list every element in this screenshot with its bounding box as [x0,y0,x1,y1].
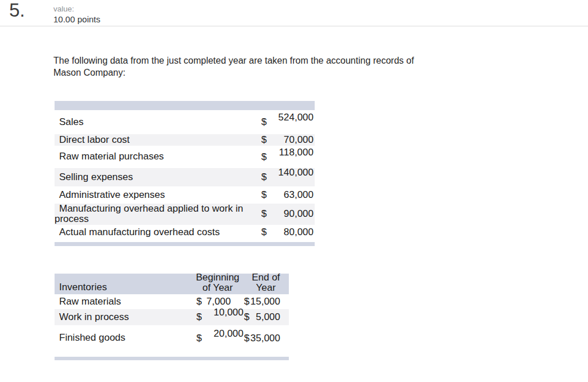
row-label: Manufacturing overhead applied to work i… [55,204,258,225]
currency-symbol: $ [196,296,202,307]
question-number: 5. [9,0,25,21]
currency-symbol: $ [261,189,266,201]
amount-value: 80,000 [284,227,314,238]
cost-table: Sales $ 524,000 Direct labor cost $ 70,0… [55,101,315,246]
amount-value: 70,000 [284,134,314,146]
amount-cell: $ 524,000 [258,116,315,128]
currency-symbol: $ [261,208,266,220]
amount-value: 90,000 [284,208,314,220]
header-divider [0,26,588,26]
amount-value: 5,000 [256,311,280,323]
end-amount-cell: $ 5,000 [243,311,289,323]
amount-value: 7,000 [206,296,231,307]
currency-symbol: $ [261,227,266,238]
table-row-raw-materials: Raw materials $ 7,000 $ 15,000 [55,294,289,309]
table-row-raw-material-purchases: Raw material purchases $ 118,000 [55,146,315,168]
amount-value: 63,000 [284,189,314,201]
end-amount-cell: $ 15,000 [243,296,289,307]
currency-symbol: $ [261,134,266,146]
table-row-overhead-applied: Manufacturing overhead applied to work i… [55,204,315,225]
table-row-sales: Sales $ 524,000 [55,110,315,134]
amount-cell: $ 140,000 [258,171,315,183]
amount-cell: $ 63,000 [258,189,315,201]
value-label: value: [53,5,100,14]
cost-table-bottom-band [55,242,315,246]
intro-line-1: The following data from the just complet… [53,54,455,67]
table-row-selling-expenses: Selling expenses $ 140,000 [55,168,315,186]
currency-symbol: $ [196,311,202,323]
table-row-work-in-process: Work in process $ 10,000 $ 5,000 [55,309,289,325]
row-label: Selling expenses [55,172,258,182]
end-of-year-header: End of Year [243,272,289,293]
inventory-table-header: Inventories Beginning of Year End of Yea… [55,274,289,294]
amount-value: 20,000 [214,328,243,340]
inventory-table-bottom-band [55,357,289,360]
beginning-amount-cell: $ 20,000 [192,333,243,344]
amount-value: 524,000 [278,112,314,123]
table-row-direct-labor: Direct labor cost $ 70,000 [55,134,315,146]
amount-cell: $ 90,000 [258,208,315,220]
currency-symbol: $ [261,151,266,163]
row-label: Actual manufacturing overhead costs [55,227,258,237]
row-label: Sales [55,117,258,127]
amount-cell: $ 80,000 [258,227,315,238]
table-row-finished-goods: Finished goods $ 20,000 $ 35,000 [55,325,289,351]
row-label: Direct labor cost [55,135,258,145]
question-page: 5. value: 10.00 points The following dat… [0,0,588,382]
amount-cell: $ 70,000 [258,134,315,146]
amount-value: 10,000 [214,307,243,318]
question-meta: value: 10.00 points [53,5,100,25]
table-row-administrative-expenses: Administrative expenses $ 63,000 [55,186,315,204]
amount-value: 35,000 [250,333,280,344]
cost-table-top-band [55,101,315,110]
row-label: Work in process [55,312,192,322]
beginning-amount-cell: $ 7,000 [192,296,243,307]
row-label: Finished goods [55,333,192,343]
currency-symbol: $ [244,311,249,323]
amount-value: 15,000 [250,296,280,307]
currency-symbol: $ [196,333,202,344]
currency-symbol: $ [261,116,266,128]
beginning-of-year-header: Beginning of Year [192,272,243,293]
end-amount-cell: $ 35,000 [243,333,289,344]
amount-value: 118,000 [279,147,314,158]
amount-value: 140,000 [278,167,314,178]
row-label: Raw materials [55,297,192,307]
beginning-amount-cell: $ 10,000 [192,311,243,323]
intro-paragraph: The following data from the just complet… [53,54,455,79]
row-label: Raw material purchases [55,151,258,162]
currency-symbol: $ [261,171,266,183]
intro-line-2: Mason Company: [53,67,455,79]
currency-symbol: $ [244,296,249,307]
amount-cell: $ 118,000 [258,151,315,163]
row-label: Administrative expenses [55,190,258,200]
inventory-table: Inventories Beginning of Year End of Yea… [55,274,289,360]
inventories-header: Inventories [55,282,192,293]
points-value: 10.00 points [53,14,100,25]
currency-symbol: $ [244,333,249,344]
table-row-actual-overhead: Actual manufacturing overhead costs $ 80… [55,225,315,240]
